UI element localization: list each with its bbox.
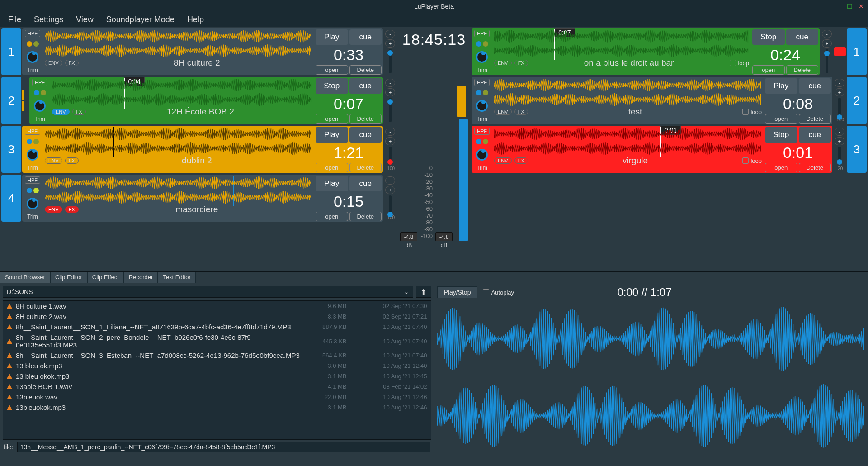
waveform-ch1[interactable] [45,176,312,189]
waveform-ch2[interactable] [494,44,749,57]
hpf-button[interactable]: HPF [474,79,490,86]
waveform-ch1[interactable] [52,79,312,91]
play-button[interactable]: Play [316,127,348,143]
menu-soundplayer-mode[interactable]: Soundplayer Mode [106,15,175,24]
delete-button[interactable]: Delete [799,114,831,124]
waveform-ch1[interactable] [494,79,762,91]
volume-down[interactable]: + [835,137,844,145]
slot-number-2[interactable]: 2 [847,77,867,124]
trim-knob[interactable] [27,51,38,63]
delete-button[interactable]: Delete [349,212,382,221]
delete-button[interactable]: Delete [349,163,382,172]
env-button[interactable]: ENV [494,60,512,66]
tab-sound-browser[interactable]: Sound Browser [0,272,50,283]
volume-down[interactable]: + [385,186,395,194]
file-row[interactable]: 8H culture 2.wav8.3 MB02 Sep '21 07:21 [3,311,431,322]
env-button[interactable]: ENV [45,60,62,66]
file-row[interactable]: 13apie BOB 1.wav4.1 MB08 Feb '21 14:02 [3,381,431,392]
tab-clip-editor[interactable]: Clip Editor [50,272,87,283]
open-button[interactable]: open [765,163,797,172]
fx-button[interactable]: FX [65,206,79,213]
volume-slider[interactable] [389,195,392,214]
open-button[interactable]: open [316,163,348,172]
delete-button[interactable]: Delete [349,65,382,75]
volume-up[interactable]: - [835,79,844,87]
stop-button[interactable]: Stop [316,78,348,94]
volume-up[interactable]: - [385,79,395,87]
cue-button[interactable]: cue [786,29,819,45]
file-row[interactable]: 8h__Saint_Laurent__SON_1_Liliane_--NET_a… [3,322,431,332]
volume-up[interactable]: - [385,30,395,38]
waveform-ch2[interactable] [45,142,312,155]
trim-knob[interactable] [27,149,38,161]
volume-up[interactable]: - [385,128,395,136]
delete-button[interactable]: Delete [349,114,382,124]
cue-button[interactable]: cue [349,127,382,143]
volume-slider[interactable] [389,147,392,165]
file-list[interactable]: 8H culture 1.wav9.6 MB02 Sep '21 07:308H… [3,300,431,440]
open-button[interactable]: open [316,212,348,221]
hpf-button[interactable]: HPF [32,79,47,86]
open-button[interactable]: open [765,114,797,124]
volume-up[interactable]: - [835,128,844,136]
file-input[interactable] [17,442,430,452]
cue-button[interactable]: cue [349,78,382,94]
delete-button[interactable]: Delete [799,163,831,172]
preview-waveform[interactable] [437,302,866,452]
file-row[interactable]: 13bleuok.wav22.0 MB10 Aug '21 12:46 [3,392,431,402]
open-button[interactable]: open [316,65,348,75]
loop-checkbox[interactable]: loop [730,60,749,67]
env-button[interactable]: ENV [494,157,512,164]
play-button[interactable]: Play [316,29,348,45]
delete-button[interactable]: Delete [786,65,819,75]
trim-knob[interactable] [27,198,38,209]
hpf-button[interactable]: HPF [474,30,490,37]
env-button[interactable]: ENV [52,109,70,115]
fx-button[interactable]: FX [72,109,86,115]
slot-number-3[interactable]: 3 [847,126,867,173]
env-button[interactable]: ENV [494,109,512,115]
waveform-ch1[interactable] [494,128,762,140]
cue-button[interactable]: cue [799,78,831,94]
file-row[interactable]: 13 bleu ok.mp33.0 MB10 Aug '21 12:40 [3,361,431,371]
loop-checkbox[interactable]: loop [742,109,762,115]
fx-button[interactable]: FX [514,109,528,115]
fx-button[interactable]: FX [514,60,528,66]
play-button[interactable]: Play [765,78,797,94]
tab-recorder[interactable]: Recorder [124,272,158,283]
fx-button[interactable]: FX [65,157,79,164]
play-button[interactable]: Play [316,176,348,191]
stop-button[interactable]: Stop [765,127,797,143]
volume-slider[interactable] [826,49,828,73]
fx-button[interactable]: FX [514,157,528,164]
menu-settings[interactable]: Settings [34,15,63,24]
slot-number-4[interactable]: 4 [1,175,21,222]
close-icon[interactable]: ✕ [857,3,865,10]
trim-knob[interactable] [476,51,488,63]
loop-checkbox[interactable]: loop [742,157,762,164]
up-button[interactable]: ⬆ [416,286,431,298]
tab-text-editor[interactable]: Text Editor [158,272,195,283]
path-input[interactable]: D:\SONS ⌄ [3,286,413,298]
volume-up[interactable]: - [385,176,395,185]
waveform-ch1[interactable] [45,128,312,140]
file-row[interactable]: 13 bleu okok.mp33.1 MB10 Aug '21 12:45 [3,371,431,381]
trim-knob[interactable] [476,149,488,161]
cue-button[interactable]: cue [799,127,831,143]
file-row[interactable]: 8h__Saint_Laurent__SON_2_pere_Bondele_--… [3,332,431,350]
file-row[interactable]: 13bleuokok.mp33.1 MB10 Aug '21 12:46 [3,402,431,413]
cue-button[interactable]: cue [349,176,382,191]
slot-number-3[interactable]: 3 [1,126,21,173]
minimize-icon[interactable]: — [834,3,842,10]
maximize-icon[interactable]: ☐ [845,3,854,10]
tab-clip-effect[interactable]: Clip Effect [87,272,124,283]
volume-down[interactable]: + [822,39,832,48]
file-row[interactable]: 8h__Saint_Laurent__SON_3_Esteban_--NET_a… [3,350,431,361]
volume-up[interactable]: - [822,30,832,38]
stop-button[interactable]: Stop [752,29,785,45]
menu-help[interactable]: Help [187,15,204,24]
waveform-ch2[interactable] [45,191,312,204]
volume-slider[interactable] [389,49,392,73]
open-button[interactable]: open [752,65,785,75]
hpf-button[interactable]: HPF [25,176,40,184]
